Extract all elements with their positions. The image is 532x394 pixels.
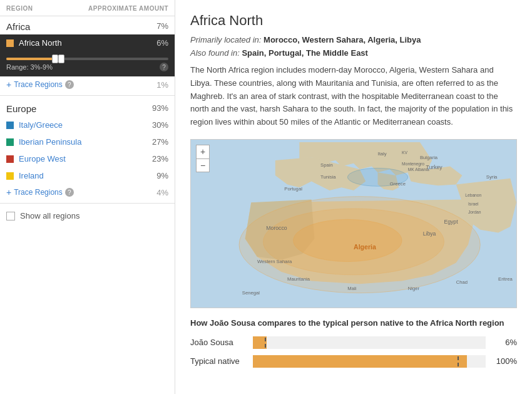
africa-north-label: Africa North [19, 38, 156, 48]
svg-text:Chad: Chad [456, 279, 468, 285]
range-label-row: Range: 3%-9% ? [6, 63, 168, 71]
svg-text:Senegal: Senegal [242, 290, 260, 296]
map-zoom-controls: + − [196, 145, 210, 172]
iberian-item[interactable]: Iberian Peninsula 27% [0, 133, 175, 150]
map-container: + − [190, 139, 517, 308]
africa-group-name: Africa [6, 21, 30, 32]
europe-trace-help-icon[interactable]: ? [65, 188, 74, 197]
slider-thumb-left[interactable] [52, 54, 58, 63]
divider-2 [0, 203, 175, 204]
italy-greece-label: Italy/Greece [19, 120, 152, 130]
svg-text:MK Albania: MK Albania [408, 167, 429, 172]
right-panel: Africa North Primarily located in: Moroc… [175, 0, 532, 394]
svg-text:Italy: Italy [378, 151, 387, 157]
svg-text:Algeria: Algeria [354, 243, 376, 251]
africa-north-color [6, 39, 14, 47]
typical-native-bar [253, 355, 486, 368]
africa-trace-row: + Trace Regions ? 1% [0, 76, 175, 93]
zoom-out-button[interactable]: − [196, 158, 210, 172]
range-slider-container: Range: 3%-9% ? [0, 51, 175, 76]
svg-text:Mauritania: Mauritania [287, 276, 310, 282]
primary-location: Primarily located in: Morocco, Western S… [190, 35, 517, 44]
svg-text:Niger: Niger [408, 286, 420, 291]
svg-text:Israel: Israel [468, 202, 479, 206]
ireland-pct: 9% [156, 171, 168, 180]
africa-north-pct: 6% [156, 38, 168, 48]
africa-north-item[interactable]: Africa North 6% [0, 34, 175, 51]
ireland-label: Ireland [19, 171, 156, 180]
europe-trace-label[interactable]: Trace Regions [14, 188, 63, 197]
svg-text:Egypt: Egypt [444, 219, 458, 225]
africa-trace-help-icon[interactable]: ? [65, 80, 74, 89]
ireland-color [6, 172, 14, 180]
svg-point-3 [294, 219, 402, 261]
show-all-row[interactable]: Show all regions [0, 206, 175, 226]
zoom-in-button[interactable]: + [196, 145, 210, 158]
typical-native-comparison-row: Typical native 100% [190, 355, 517, 368]
svg-text:Montenegro: Montenegro [402, 162, 424, 167]
iberian-color [6, 138, 14, 146]
typical-native-bar-fill [253, 355, 467, 368]
europe-trace-row: + Trace Regions ? 4% [0, 184, 175, 200]
ireland-item[interactable]: Ireland 9% [0, 167, 175, 184]
svg-text:KV: KV [402, 150, 407, 155]
europe-west-color [6, 155, 14, 163]
iberian-link[interactable]: Iberian Peninsula [19, 137, 81, 147]
europe-group-name: Europe [6, 103, 36, 114]
show-all-checkbox[interactable] [6, 212, 15, 220]
svg-text:Western Sahara: Western Sahara [257, 259, 292, 264]
primary-locations: Morocco, Western Sahara, Algeria, Libya [263, 35, 421, 44]
africa-group-pct: 7% [156, 21, 168, 32]
joao-sousa-comparison-row: João Sousa 6% [190, 336, 517, 349]
slider-track[interactable] [6, 58, 168, 60]
primary-prefix: Primarily located in: [190, 35, 263, 44]
svg-text:Lebanon: Lebanon [465, 193, 481, 197]
joao-sousa-bar-marker [265, 338, 266, 348]
svg-text:Tunisia: Tunisia [320, 174, 336, 180]
europe-west-label: Europe West [19, 154, 152, 163]
detail-title: Africa North [190, 13, 517, 29]
africa-trace-label[interactable]: Trace Regions [14, 80, 63, 89]
typical-native-pct: 100% [492, 356, 517, 366]
show-all-label: Show all regions [20, 211, 79, 220]
svg-text:Bulgaria: Bulgaria [420, 155, 438, 160]
svg-text:Libya: Libya [423, 231, 436, 237]
italy-greece-color [6, 122, 14, 129]
svg-text:Jordan: Jordan [468, 210, 481, 214]
africa-trace-plus-icon[interactable]: + [6, 80, 11, 90]
europe-west-link[interactable]: Europe West [19, 154, 66, 163]
description-text: The North Africa region includes modern-… [190, 64, 517, 129]
also-locations: Spain, Portugal, The Middle East [242, 48, 368, 58]
europe-trace-pct: 4% [156, 188, 168, 197]
europe-group-pct: 93% [152, 103, 168, 114]
svg-text:Syria: Syria [486, 174, 498, 180]
joao-sousa-pct: 6% [492, 338, 517, 347]
joao-sousa-bar [253, 336, 486, 349]
range-text: Range: 3%-9% [6, 63, 53, 71]
slider-fill [6, 58, 55, 60]
africa-trace-pct: 1% [156, 80, 168, 90]
italy-greece-pct: 30% [152, 120, 168, 130]
svg-text:Greece: Greece [390, 181, 406, 187]
typical-native-label: Typical native [190, 356, 247, 366]
range-help-icon[interactable]: ? [160, 63, 168, 71]
svg-text:Spain: Spain [320, 162, 333, 168]
slider-thumb-right[interactable] [58, 54, 64, 63]
europe-trace-plus-icon[interactable]: + [6, 187, 11, 197]
panel-header: REGION APPROXIMATE AMOUNT [0, 0, 175, 16]
amount-column-header: APPROXIMATE AMOUNT [88, 5, 168, 12]
africa-group-header: Africa 7% [0, 16, 175, 34]
joao-sousa-label: João Sousa [190, 338, 247, 347]
ireland-link[interactable]: Ireland [19, 171, 44, 180]
iberian-pct: 27% [152, 137, 168, 147]
also-prefix: Also found in: [190, 48, 242, 58]
svg-text:Mali: Mali [347, 286, 356, 291]
europe-group-header: Europe 93% [0, 98, 175, 117]
italy-greece-item[interactable]: Italy/Greece 30% [0, 117, 175, 133]
iberian-label: Iberian Peninsula [19, 137, 152, 147]
italy-greece-link[interactable]: Italy/Greece [19, 120, 63, 130]
divider-1 [0, 95, 175, 96]
europe-west-item[interactable]: Europe West 23% [0, 150, 175, 167]
region-column-header: REGION [6, 5, 33, 12]
svg-text:Eritrea: Eritrea [498, 276, 513, 282]
